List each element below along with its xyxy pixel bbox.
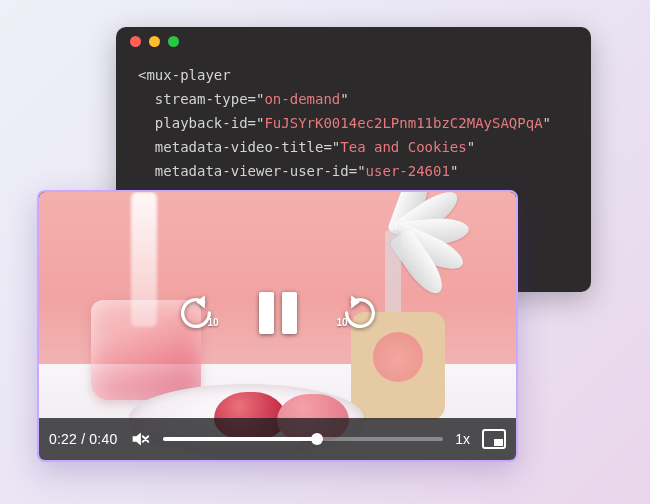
code-attr: playback-id [155, 115, 248, 131]
seek-thumb[interactable] [311, 433, 323, 445]
code-tag: mux-player [146, 67, 230, 83]
window-titlebar [116, 27, 591, 55]
seek-forward-amount: 10 [337, 317, 348, 328]
stage: <mux-player stream-type="on-demand" play… [0, 0, 650, 504]
time-display: 0:22 / 0:40 [49, 431, 117, 447]
pip-button[interactable] [482, 429, 506, 449]
code-block: <mux-player stream-type="on-demand" play… [116, 55, 591, 183]
code-value: FuJSYrK0014ec2LPnm11bzC2MAySAQPqA [264, 115, 542, 131]
seek-bar[interactable] [163, 437, 443, 441]
pause-icon [259, 292, 274, 334]
code-value: on-demand [264, 91, 340, 107]
code-attr: metadata-video-title [155, 139, 324, 155]
pause-button[interactable] [259, 292, 297, 334]
code-attr: metadata-viewer-user-id [155, 163, 349, 179]
control-bar: 0:22 / 0:40 1x [39, 418, 516, 460]
svg-rect-1 [494, 439, 503, 446]
code-value: Tea and Cookies [340, 139, 466, 155]
volume-muted-icon [129, 428, 151, 450]
seek-backward-amount: 10 [207, 317, 218, 328]
video-player: 10 10 0:22 / 0:40 1x [37, 190, 518, 462]
center-controls: 10 10 [39, 292, 516, 334]
code-value: user-24601 [366, 163, 450, 179]
seek-forward-button[interactable]: 10 [339, 292, 381, 334]
maximize-icon[interactable] [168, 36, 179, 47]
pip-icon [482, 429, 506, 449]
pause-icon [282, 292, 297, 334]
code-attr: stream-type [155, 91, 248, 107]
seek-backward-button[interactable]: 10 [175, 292, 217, 334]
close-icon[interactable] [130, 36, 141, 47]
mute-button[interactable] [129, 428, 151, 450]
minimize-icon[interactable] [149, 36, 160, 47]
playback-rate-button[interactable]: 1x [455, 431, 470, 447]
